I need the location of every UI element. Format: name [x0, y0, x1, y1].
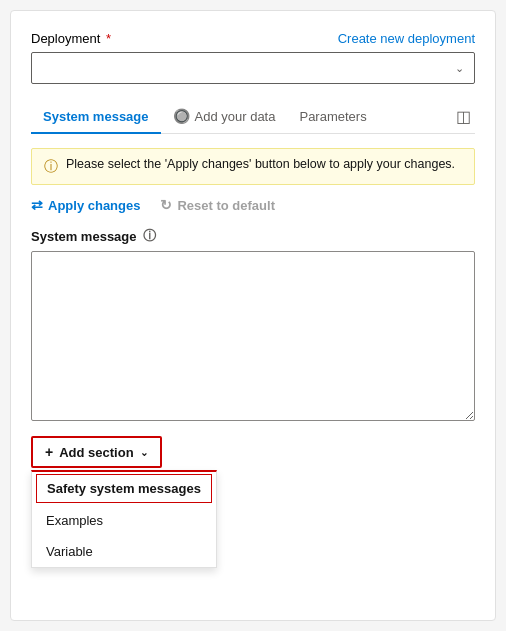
collapse-panel-icon[interactable]: ◫: [452, 103, 475, 130]
apply-changes-button[interactable]: ⇄ Apply changes: [31, 197, 140, 213]
reset-to-default-button[interactable]: ↻ Reset to default: [160, 197, 275, 213]
deployment-label: Deployment *: [31, 31, 111, 46]
add-data-icon: 🔘: [173, 108, 190, 124]
required-star: *: [102, 31, 111, 46]
create-new-deployment-link[interactable]: Create new deployment: [338, 31, 475, 46]
add-section-chevron-icon: ⌄: [140, 447, 148, 458]
banner-text: Please select the 'Apply changes' button…: [66, 157, 455, 171]
menu-item-safety[interactable]: Safety system messages: [36, 474, 212, 503]
system-message-label: System message ⓘ: [31, 227, 475, 245]
deployment-section: Deployment * Create new deployment ⌄: [31, 31, 475, 84]
system-message-textarea[interactable]: [31, 251, 475, 421]
add-section-dropdown-menu: Safety system messages Examples Variable: [31, 470, 217, 568]
tab-add-your-data[interactable]: 🔘 Add your data: [161, 100, 288, 134]
tab-parameters[interactable]: Parameters: [287, 101, 378, 134]
deployment-dropdown[interactable]: ⌄: [31, 52, 475, 84]
menu-item-examples[interactable]: Examples: [32, 505, 216, 536]
actions-row: ⇄ Apply changes ↻ Reset to default: [31, 197, 475, 213]
deployment-label-row: Deployment * Create new deployment: [31, 31, 475, 46]
system-message-info-icon[interactable]: ⓘ: [143, 227, 156, 245]
tabs-row: System message 🔘 Add your data Parameter…: [31, 100, 475, 134]
add-section-wrapper: + Add section ⌄ Safety system messages E…: [31, 436, 475, 468]
add-section-button[interactable]: + Add section ⌄: [31, 436, 162, 468]
apply-icon: ⇄: [31, 197, 43, 213]
dropdown-chevron-icon: ⌄: [455, 62, 464, 75]
info-banner: ⓘ Please select the 'Apply changes' butt…: [31, 148, 475, 185]
tab-system-message[interactable]: System message: [31, 101, 161, 134]
menu-item-variable[interactable]: Variable: [32, 536, 216, 567]
reset-icon: ↻: [160, 197, 172, 213]
plus-icon: +: [45, 444, 53, 460]
info-icon: ⓘ: [44, 158, 58, 176]
main-card: Deployment * Create new deployment ⌄ Sys…: [10, 10, 496, 621]
